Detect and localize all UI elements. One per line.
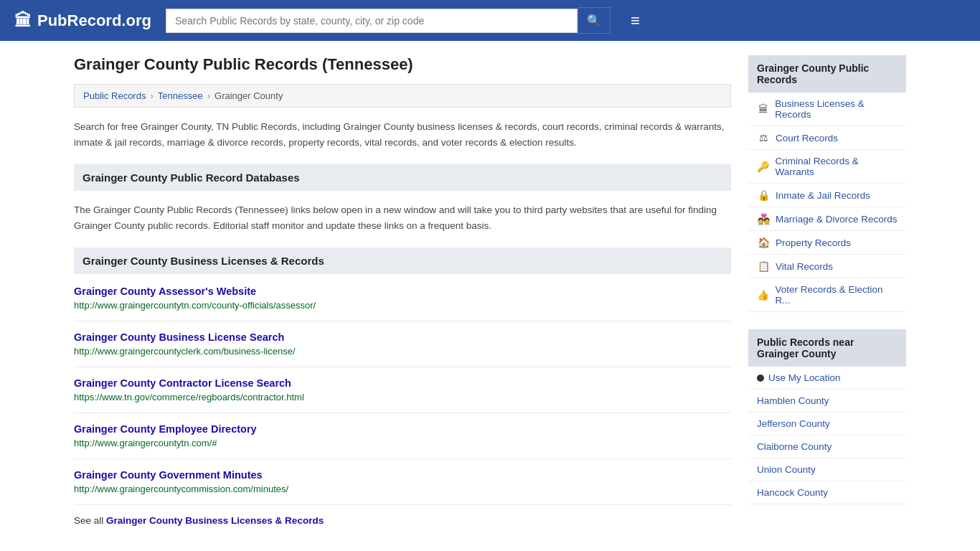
scales-icon: ⚖ (757, 132, 770, 143)
page-wrap: Grainger County Public Records (Tennesse… (60, 41, 920, 551)
clipboard-icon: 📋 (757, 260, 770, 272)
record-entry: Grainger County Business License Search … (74, 331, 731, 367)
key-icon: 🔑 (757, 161, 770, 172)
use-location-button[interactable]: Use My Location (748, 367, 906, 390)
breadcrumb: Public Records › Tennessee › Grainger Co… (74, 84, 731, 108)
sidebar-item-criminal[interactable]: 🔑 Criminal Records & Warrants (748, 150, 906, 184)
record-url-4[interactable]: http://www.graingercountycommission.com/… (74, 484, 288, 494)
sidebar-item-court[interactable]: ⚖ Court Records (748, 126, 906, 150)
building-icon: 🏛 (757, 103, 769, 115)
record-title-1[interactable]: Grainger County Business License Search (74, 331, 731, 343)
sidebar-box: Grainger County Public Records 🏛 Busines… (748, 55, 906, 312)
sidebar-item-vital[interactable]: 📋 Vital Records (748, 255, 906, 278)
search-wrapper: 🔍 (166, 7, 611, 34)
record-title-0[interactable]: Grainger County Assessor's Website (74, 286, 731, 297)
sidebar-item-voter[interactable]: 👍 Voter Records & Election R... (748, 278, 906, 312)
nearby-county-3[interactable]: Union County (748, 458, 906, 481)
record-entry: Grainger County Assessor's Website http:… (74, 286, 731, 321)
sidebar-item-inmate[interactable]: 🔒 Inmate & Jail Records (748, 184, 906, 207)
nearby-county-4[interactable]: Hancock County (748, 481, 906, 504)
sidebar-item-label-0: Business Licenses & Records (775, 98, 897, 120)
breadcrumb-current: Grainger County (215, 90, 283, 101)
see-all: See all Grainger County Business License… (74, 515, 731, 526)
thumbsup-icon: 👍 (757, 289, 770, 301)
page-title: Grainger County Public Records (Tennesse… (74, 55, 731, 74)
couple-icon: 💑 (757, 213, 770, 225)
breadcrumb-public-records[interactable]: Public Records (83, 90, 146, 101)
sidebar-item-marriage[interactable]: 💑 Marriage & Divorce Records (748, 207, 906, 231)
location-dot-icon (757, 375, 764, 382)
hamburger-button[interactable]: ≡ (631, 11, 640, 30)
sidebar-item-label-4: Marriage & Divorce Records (776, 214, 897, 225)
lock-icon: 🔒 (757, 189, 770, 201)
see-all-link[interactable]: Grainger County Business Licenses & Reco… (106, 515, 324, 526)
record-entry: Grainger County Contractor License Searc… (74, 377, 731, 413)
record-url-0[interactable]: http://www.graingercountytn.com/county-o… (74, 300, 316, 311)
sidebar-box-title: Grainger County Public Records (748, 55, 906, 93)
sidebar-item-label-3: Inmate & Jail Records (776, 190, 870, 201)
breadcrumb-tennessee[interactable]: Tennessee (158, 90, 203, 101)
sidebar-nearby-box: Public Records near Grainger County Use … (748, 329, 906, 504)
use-location-label: Use My Location (768, 372, 841, 383)
description: Search for free Grainger County, TN Publ… (74, 119, 731, 150)
record-title-3[interactable]: Grainger County Employee Directory (74, 423, 731, 435)
search-button[interactable]: 🔍 (578, 7, 611, 34)
business-section-header: Grainger County Business Licenses & Reco… (74, 248, 731, 274)
sidebar-item-label-7: Voter Records & Election R... (776, 284, 897, 306)
building-icon: 🏛 (14, 11, 32, 31)
record-url-2[interactable]: https://www.tn.gov/commerce/regboards/co… (74, 392, 304, 402)
sidebar-item-label-6: Vital Records (776, 261, 833, 272)
logo-text: PubRecord.org (37, 11, 151, 30)
record-title-4[interactable]: Grainger County Government Minutes (74, 469, 731, 481)
breadcrumb-sep-2: › (207, 90, 210, 101)
record-url-1[interactable]: http://www.graingercountyclerk.com/busin… (74, 346, 296, 357)
record-url-3[interactable]: http://www.graingercountytn.com/# (74, 438, 217, 448)
databases-section-header: Grainger County Public Record Databases (74, 164, 731, 191)
sidebar-item-business[interactable]: 🏛 Business Licenses & Records (748, 93, 906, 126)
record-title-2[interactable]: Grainger County Contractor License Searc… (74, 377, 731, 389)
house-icon: 🏠 (757, 237, 770, 248)
nearby-county-2[interactable]: Claiborne County (748, 435, 906, 458)
sidebar-item-label-5: Property Records (776, 237, 851, 248)
nearby-county-0[interactable]: Hamblen County (748, 390, 906, 413)
databases-description: The Grainger County Public Records (Tenn… (74, 202, 731, 233)
sidebar: Grainger County Public Records 🏛 Busines… (748, 55, 906, 526)
nearby-county-1[interactable]: Jefferson County (748, 413, 906, 435)
record-entry: Grainger County Employee Directory http:… (74, 423, 731, 459)
header: 🏛 PubRecord.org 🔍 ≡ (0, 0, 980, 41)
record-entry: Grainger County Government Minutes http:… (74, 469, 731, 505)
breadcrumb-sep-1: › (150, 90, 153, 101)
sidebar-nearby-title: Public Records near Grainger County (748, 329, 906, 367)
sidebar-item-property[interactable]: 🏠 Property Records (748, 231, 906, 255)
main-content: Grainger County Public Records (Tennesse… (74, 55, 731, 526)
sidebar-item-label-2: Criminal Records & Warrants (776, 156, 897, 177)
sidebar-item-label-1: Court Records (776, 133, 838, 143)
logo-area[interactable]: 🏛 PubRecord.org (14, 11, 151, 31)
search-input[interactable] (166, 9, 578, 33)
